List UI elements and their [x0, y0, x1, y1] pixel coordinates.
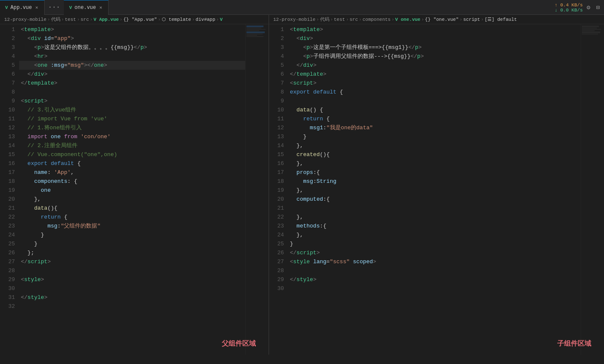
annotation-right: 子组件区域: [557, 339, 591, 348]
settings-icon[interactable]: ⚙: [585, 3, 592, 12]
tab-more-button[interactable]: ···: [45, 3, 64, 11]
code-content-left[interactable]: <template> <div id="app"> <p>这是父组件的数据。。。…: [19, 24, 245, 355]
code-content-right[interactable]: <template> <div> <p>这是第一个子组件模板===>{{msg1…: [288, 24, 581, 355]
minimap-left: [245, 24, 269, 355]
tab-app-vue[interactable]: V App.vue ✕: [0, 0, 45, 15]
annotation-left: 父组件区域: [222, 339, 256, 348]
bc-l-1: 12-proxy-mobile: [4, 17, 46, 22]
network-up: ↑ 0.4 KB/s: [555, 3, 583, 8]
code-container-right[interactable]: 1234567891011121314151617181920212223242…: [269, 24, 604, 355]
tab-label-right: one.vue: [74, 5, 96, 11]
tab-label-left: App.vue: [11, 5, 32, 11]
minimap-right: [581, 24, 604, 355]
vue-icon-right: V: [69, 5, 72, 10]
breadcrumb-right: 12-proxy-mobile › 代码 › test › src › comp…: [269, 15, 604, 24]
network-info: ↑ 0.4 KB/s ↓ 0.0 KB/s: [555, 0, 583, 15]
editor-panel-right: 1234567891011121314151617181920212223242…: [269, 24, 604, 355]
breadcrumb-bar: 12-proxy-mobile › 代码 › test › src › V Ap…: [0, 15, 604, 24]
breadcrumb-left: 12-proxy-mobile › 代码 › test › src › V Ap…: [0, 15, 269, 24]
top-icons: ⚙ ⊟: [582, 0, 604, 15]
tab-close-right[interactable]: ✕: [99, 4, 103, 11]
line-numbers-right: 1234567891011121314151617181920212223242…: [269, 24, 288, 355]
network-down: ↓ 0.0 KB/s: [555, 8, 583, 13]
editor-panel-left: 1234567891011121314151617181920212223242…: [0, 24, 269, 355]
editor-area: 1234567891011121314151617181920212223242…: [0, 24, 604, 355]
layout-icon[interactable]: ⊟: [595, 3, 601, 12]
vue-icon-left: V: [5, 5, 8, 10]
tab-one-vue[interactable]: V one.vue ✕: [64, 0, 109, 15]
tab-close-left[interactable]: ✕: [34, 4, 39, 11]
code-container-left[interactable]: 1234567891011121314151617181920212223242…: [0, 24, 269, 355]
top-bar: V App.vue ✕ ··· V one.vue ✕ ↑ 0.4 KB/s ↓…: [0, 0, 604, 15]
line-numbers-left: 1234567891011121314151617181920212223242…: [0, 24, 19, 355]
